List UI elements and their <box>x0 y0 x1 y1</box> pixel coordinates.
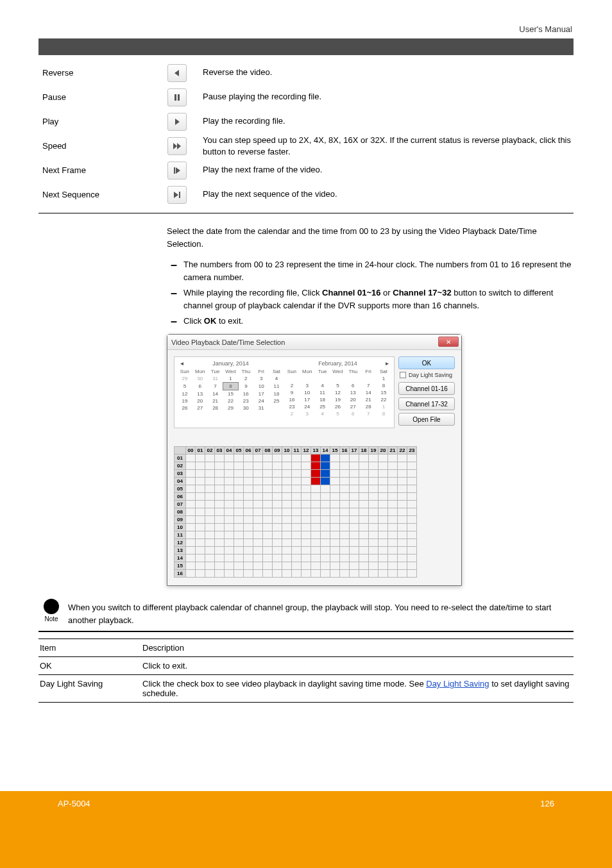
row-dls-item: Day Light Saving <box>38 675 141 703</box>
note-divider <box>38 631 574 632</box>
row-dls-desc: Click the check box to see video playbac… <box>141 675 574 703</box>
control-pause: Pause Pause playing the recording file. <box>38 86 574 109</box>
control-play: Play Play the recording file. <box>38 110 574 133</box>
pause-desc: Pause playing the recording file. <box>191 86 574 103</box>
reverse-button[interactable] <box>167 64 187 82</box>
bullet-2: – While playing the recording file, Clic… <box>167 287 574 312</box>
svg-marker-3 <box>175 119 180 125</box>
next-seq-desc: Play the next sequence of the video. <box>191 183 574 200</box>
svg-marker-4 <box>173 143 177 149</box>
col-desc-header: Description <box>141 639 574 657</box>
bullet-1: – The numbers from 00 to 23 represent th… <box>167 258 574 284</box>
control-speed: Speed You can step speed up to 2X, 4X, 8… <box>38 135 574 158</box>
footer-page-number: 126 <box>540 799 554 808</box>
next-frame-desc: Play the next frame of the video. <box>191 159 574 176</box>
speed-desc: You can step speed up to 2X, 4X, 8X, 16X… <box>191 135 574 158</box>
svg-marker-8 <box>174 192 178 198</box>
play-label: Play <box>38 110 163 133</box>
dialog-title: Video Playback Date/Time Selection <box>171 338 285 346</box>
main-paragraph: Select the date from the calendar and th… <box>167 225 574 251</box>
calendar-february[interactable]: ◂ February, 2014 ▸ SunMonTueWedThuFriSat… <box>284 360 391 426</box>
month-name-feb: February, 2014 <box>292 360 384 367</box>
page-footer: AP-5004 126 <box>0 791 612 868</box>
calendar-january[interactable]: ◂ January, 2014 ▸ SunMonTueWedThuFriSat2… <box>177 360 284 426</box>
next-sequence-icon <box>173 191 181 199</box>
next-frame-label: Next Frame <box>38 159 163 182</box>
next-seq-button[interactable] <box>167 186 187 204</box>
dialog-close-button[interactable]: ✕ <box>438 337 459 347</box>
play-button[interactable] <box>167 113 187 131</box>
svg-rect-1 <box>174 94 176 101</box>
next-frame-button[interactable] <box>167 162 187 179</box>
dls-link[interactable]: Day Light Saving <box>426 679 489 689</box>
next-frame-icon <box>173 167 181 174</box>
channel-01-16-button[interactable]: Channel 01-16 <box>398 382 455 395</box>
playback-date-time-dialog: Video Playback Date/Time Selection ✕ ◂ J… <box>167 334 462 586</box>
section-title-bar <box>38 38 574 55</box>
svg-marker-0 <box>174 70 179 76</box>
next-month-button[interactable]: ▸ <box>384 360 390 367</box>
description-table: Item Description OK Click to exit. Day L… <box>38 638 574 703</box>
dls-checkbox[interactable] <box>400 372 406 378</box>
svg-marker-7 <box>176 167 180 174</box>
dls-checkbox-row[interactable]: Day Light Saving <box>400 372 456 378</box>
speed-button[interactable] <box>167 137 187 155</box>
pause-icon <box>173 94 181 101</box>
prev-month-button[interactable]: ◂ <box>178 360 185 367</box>
svg-rect-9 <box>179 192 180 198</box>
channel-17-32-button[interactable]: Channel 17-32 <box>398 397 455 410</box>
reverse-label: Reverse <box>38 62 163 85</box>
row-ok-item: OK <box>38 657 141 675</box>
footer-doc-name: AP-5004 <box>58 799 90 808</box>
reverse-desc: Reverse the video. <box>191 62 574 78</box>
bullet-3: – Click OK to exit. <box>167 315 574 328</box>
reverse-icon <box>173 69 181 77</box>
control-next-frame: Next Frame Play the next frame of the vi… <box>38 159 574 182</box>
note-block: Note When you switch to different playba… <box>38 599 574 627</box>
speed-label: Speed <box>38 135 163 158</box>
open-file-button[interactable]: Open File <box>398 413 455 426</box>
svg-marker-5 <box>177 143 181 149</box>
fast-forward-icon <box>173 142 182 150</box>
col-item-header: Item <box>38 639 141 657</box>
ok-button[interactable]: OK <box>398 356 455 369</box>
note-icon <box>44 599 59 614</box>
row-ok-desc: Click to exit. <box>141 657 574 675</box>
pause-button[interactable] <box>167 88 187 106</box>
dls-label: Day Light Saving <box>409 372 452 378</box>
next-seq-label: Next Sequence <box>38 183 163 206</box>
note-text: When you switch to different playback ca… <box>64 599 574 627</box>
controls-list: Reverse Reverse the video. Pause Pause p… <box>38 62 574 206</box>
svg-rect-6 <box>174 167 175 174</box>
play-desc: Play the recording file. <box>191 110 574 127</box>
pause-label: Pause <box>38 86 163 109</box>
doc-header: User's Manual <box>519 24 572 34</box>
schedule-grid[interactable]: 0001020304050607080910111213141516171819… <box>174 446 456 578</box>
play-icon <box>173 118 181 126</box>
month-name-jan: January, 2014 <box>185 360 276 367</box>
control-reverse: Reverse Reverse the video. <box>38 62 574 85</box>
note-label: Note <box>38 615 64 622</box>
control-next-seq: Next Sequence Play the next sequence of … <box>38 183 574 206</box>
close-icon: ✕ <box>446 338 451 346</box>
svg-rect-2 <box>178 94 180 101</box>
divider <box>38 213 574 213</box>
